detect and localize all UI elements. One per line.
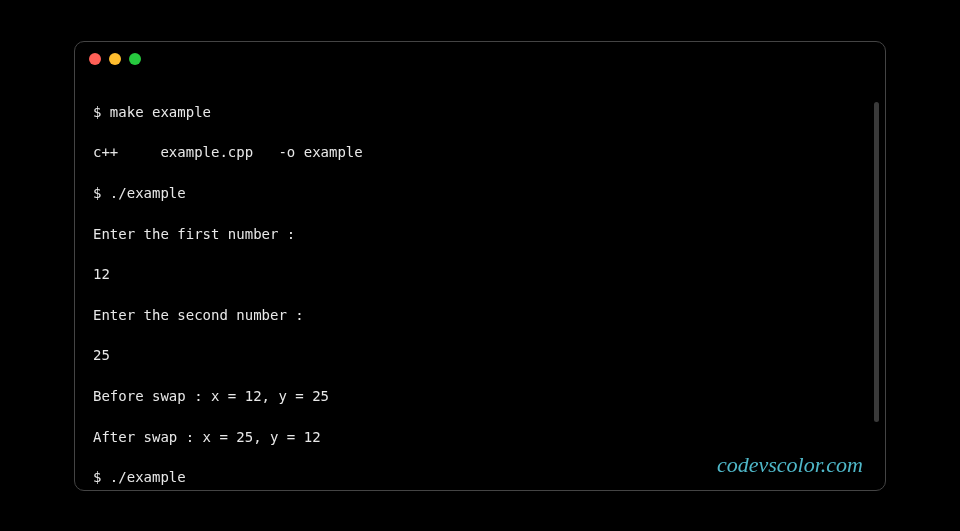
terminal-line: After swap : x = 25, y = 12 (93, 427, 867, 447)
maximize-icon[interactable] (129, 53, 141, 65)
terminal-line: Enter the second number : (93, 305, 867, 325)
terminal-line: $ make example (93, 102, 867, 122)
minimize-icon[interactable] (109, 53, 121, 65)
terminal-line: 12 (93, 264, 867, 284)
watermark: codevscolor.com (717, 452, 863, 478)
terminal-line: 25 (93, 345, 867, 365)
terminal-body[interactable]: $ make example c++ example.cpp -o exampl… (75, 76, 885, 491)
title-bar (75, 42, 885, 76)
terminal-line: Before swap : x = 12, y = 25 (93, 386, 867, 406)
terminal-line: c++ example.cpp -o example (93, 142, 867, 162)
scrollbar[interactable] (874, 102, 879, 422)
close-icon[interactable] (89, 53, 101, 65)
terminal-line: Enter the first number : (93, 224, 867, 244)
terminal-window: $ make example c++ example.cpp -o exampl… (74, 41, 886, 491)
terminal-line: $ ./example (93, 183, 867, 203)
